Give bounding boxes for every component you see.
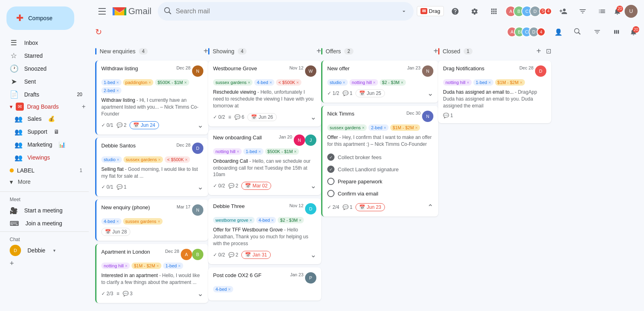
sent-label: Sent — [24, 78, 36, 85]
chat-add-btn[interactable]: + — [0, 257, 89, 270]
help-button[interactable] — [447, 3, 463, 19]
snoozed-label: Snoozed — [24, 65, 46, 72]
drag-boards-header[interactable]: ▾ ✉ Drag Boards + — [0, 101, 89, 112]
drag-boards-icon: ✉ — [16, 103, 24, 111]
column-closed: Closed 1 + ⊡ Drag Notifications Dec 28 D… — [438, 45, 551, 306]
card-header-no: New offer Jan 23 N — [327, 65, 433, 77]
sidebar-item-support[interactable]: 👥 Support 🖥 — [0, 125, 89, 138]
card-drag-notifications[interactable]: Drag Notifications Dec 28 D notting hill… — [438, 61, 551, 123]
sidebar-item-more[interactable]: ▾ More — [0, 175, 89, 188]
support-label: Support — [27, 128, 47, 135]
card-footer-withdraw: ✓ 0/1 💬 2 📅 Jun 24 ⌄ — [101, 121, 203, 130]
chat-count-nt: 💬 1 — [343, 204, 353, 210]
tag-studio-no: studio × — [327, 79, 348, 86]
board-columns-view[interactable] — [610, 25, 623, 38]
new-enquiries-add[interactable]: + — [203, 46, 208, 56]
card-postcode[interactable]: Post code OX2 6 GF Jan 23 P 4-bed × — [208, 267, 321, 300]
hamburger-button[interactable] — [95, 4, 109, 18]
expand-card-dt[interactable]: ⌄ — [310, 250, 316, 259]
column-header-offers: Offers 2 + — [321, 45, 438, 57]
chat-label: Chat — [0, 235, 89, 244]
sidebar-item-viewings[interactable]: 👥 Viewings — [0, 151, 89, 164]
drag-label: Drag — [429, 8, 440, 14]
tag-studio: studio × — [101, 156, 122, 163]
sidebar-item-inbox[interactable]: ☰ Inbox — [0, 36, 89, 49]
offers-add[interactable]: + — [433, 46, 438, 56]
card-westbourne-grove[interactable]: Westbourne Grove Nov 12 W sussex gardens… — [208, 61, 321, 126]
board-filter[interactable] — [591, 25, 604, 38]
menu-wg[interactable]: ≡ — [228, 114, 231, 120]
compose-button[interactable]: ✚ Compose — [6, 6, 74, 30]
card-preview-apt: Interested in an apartment - Hello, I wo… — [101, 272, 203, 286]
expand-card-apt[interactable]: ⌄ — [197, 289, 203, 298]
expand-card-no[interactable]: ⌄ — [427, 89, 433, 98]
card-debbie-three[interactable]: Debbie Three Nov 12 D westborne grove × … — [208, 198, 321, 264]
columns-icon — [598, 7, 606, 15]
start-meeting-btn[interactable]: 🎥 Start a meeting — [0, 204, 89, 217]
filter-button[interactable] — [575, 3, 591, 19]
apps-button[interactable] — [486, 3, 502, 19]
card-title-apt: Apartment in London — [101, 249, 162, 255]
card-date-dn: Dec 28 — [519, 65, 533, 70]
sidebar-item-drafts[interactable]: 📄 Drafts 20 — [0, 88, 89, 101]
card-date-apt: Dec 28 — [165, 249, 179, 254]
board-notifications[interactable]: 20 — [629, 28, 638, 36]
card-debbie-santos[interactable]: Debbie Santos Dec 28 D studio × sussex g… — [95, 138, 208, 197]
sidebar-item-marketing[interactable]: 👥 Marketing 📊 — [0, 138, 89, 151]
search-input[interactable] — [176, 8, 397, 15]
tag-1bed-apt: 1-bed × — [163, 263, 183, 269]
expand-card-withdraw[interactable]: ⌄ — [197, 121, 203, 130]
check-icon-3 — [327, 178, 335, 185]
card-apartment-london[interactable]: Apartment in London Dec 28 A B notting h… — [95, 244, 208, 303]
expand-card-debbie[interactable]: ⌄ — [197, 183, 203, 191]
tag-sussex-p: sussex gardens × — [123, 218, 163, 225]
search-dropdown-icon[interactable] — [401, 8, 407, 15]
board-add-person[interactable]: 👤 — [552, 25, 565, 38]
tags-pc: 4-bed × — [213, 286, 316, 292]
label-label: LABEL — [17, 167, 35, 174]
card-header-wg: Westbourne Grove Nov 12 W — [213, 65, 316, 77]
join-meeting-btn[interactable]: ⌨ Join a meeting — [0, 217, 89, 230]
notification-count: 20 — [617, 6, 623, 12]
sidebar-item-snoozed[interactable]: 🕐 Snoozed — [0, 62, 89, 75]
add-people-button[interactable] — [555, 3, 571, 19]
card-onboarding-call[interactable]: New onboarding Call Jan 20 N J notting h… — [208, 130, 321, 195]
menu-apt[interactable]: ≡ — [117, 291, 119, 296]
card-new-enquiry-phone[interactable]: New enquiry (phone) Mar 17 N 4-bed × sus… — [95, 200, 208, 241]
card-footer-debbie: ✓ 0/1 💬 1 ⌄ — [101, 183, 203, 191]
sidebar-item-starred[interactable]: ☆ Starred — [0, 49, 89, 62]
refresh-button[interactable]: ↻ — [95, 27, 102, 37]
tag-sussex-nt: sussex gardens × — [327, 124, 367, 131]
tag-notting-oc: notting hill × — [213, 148, 242, 155]
expand-card-oc[interactable]: ⌄ — [310, 181, 316, 190]
card-nick-timms[interactable]: Nick Timms Dec 30 N sussex gardens × 2-b… — [321, 106, 438, 216]
sidebar-item-sales[interactable]: 👥 Sales 💰 — [0, 112, 89, 125]
closed-copy-icon[interactable]: ⊡ — [546, 47, 551, 55]
view-toggle-button[interactable] — [594, 3, 610, 19]
card-header-phone: New enquiry (phone) Mar 17 N — [101, 204, 203, 216]
search-bar[interactable] — [158, 2, 413, 21]
sidebar-item-sent[interactable]: ➤ Sent — [0, 75, 89, 88]
check-count-nt: ✓ 2/4 — [327, 204, 339, 210]
check-count-debbie: ✓ 0/1 — [101, 184, 113, 190]
card-new-offer[interactable]: New offer Jan 23 N studio × notting hill… — [321, 61, 438, 103]
tag-2bed: 2-bed × — [101, 87, 121, 94]
card-withdraw-listing[interactable]: Withdraw listing Dec 28 N 1-bed × paddin… — [95, 61, 208, 134]
card-preview-withdraw: Withdraw listing - Hi, I currently have … — [101, 97, 203, 117]
date-chip-wg: 📅 Jun 26 — [247, 113, 276, 121]
card-avatars-apt: A B — [179, 249, 203, 260]
expand-card-wg[interactable]: ⌄ — [310, 113, 316, 122]
closed-add[interactable]: + — [536, 46, 541, 56]
settings-button[interactable] — [466, 3, 483, 19]
svg-rect-2 — [98, 14, 106, 15]
chat-user-item[interactable]: D Debbie ▾ — [0, 244, 89, 257]
drag-boards-add-icon[interactable]: + — [82, 103, 86, 110]
card-preview-debbie: Selling flat - Good morning, I would lik… — [101, 166, 203, 180]
notifications-button[interactable]: 20 — [613, 7, 621, 15]
checklist-label-1: Collect broker fees — [338, 154, 381, 160]
collapse-card-nt[interactable]: ⌃ — [427, 203, 433, 212]
board-search[interactable] — [571, 25, 584, 38]
showing-add[interactable]: + — [316, 46, 321, 56]
user-avatar[interactable]: U — [625, 5, 638, 18]
support-people-icon: 👥 — [15, 128, 23, 136]
